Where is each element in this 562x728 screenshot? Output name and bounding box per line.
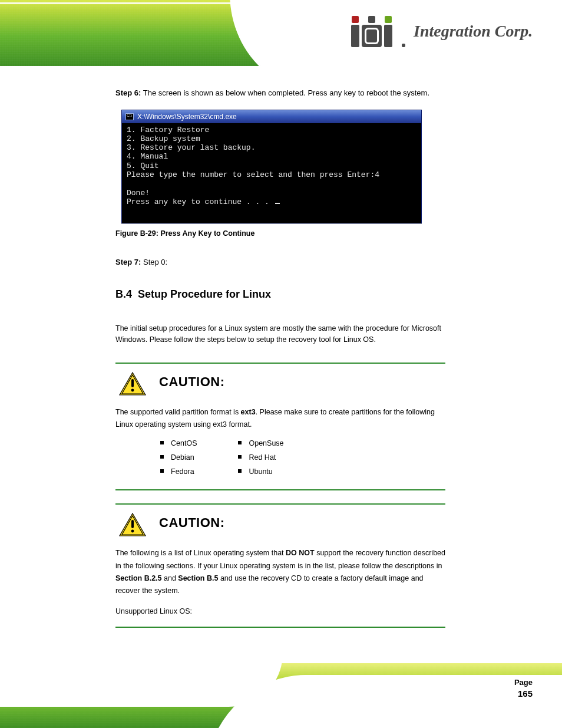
- step-7-label: Step 7:: [115, 258, 141, 266]
- cmd-body: 1. Factory Restore 2. Backup system 3. R…: [122, 123, 421, 223]
- cmd-screenshot: X:\Windows\System32\cmd.exe 1. Factory R…: [121, 110, 422, 224]
- caution-1-body: The supported valid partition format is …: [115, 406, 445, 431]
- divider: [115, 627, 445, 628]
- footer-swoosh-left: [0, 663, 287, 706]
- c2-sec1: B.2.5: [142, 574, 161, 582]
- section-number: B.4: [115, 288, 132, 300]
- caution-box-1: CAUTION: The supported valid partition f…: [115, 364, 445, 490]
- header-thin-line: [0, 2, 562, 4]
- warning-icon: [119, 372, 146, 396]
- brand-name: Integration Corp.: [414, 22, 533, 41]
- c2-sec2: B.5: [204, 574, 218, 582]
- figure-caption: Figure B-29: Press Any Key to Continue: [115, 229, 445, 238]
- logo-separator-dot: [402, 44, 405, 47]
- list-item: Ubuntu: [238, 465, 283, 479]
- cmd-line: Press any key to continue . . .: [127, 197, 274, 206]
- cmd-icon: [125, 113, 134, 120]
- footer-swoosh-right: [207, 675, 562, 728]
- caution-title: CAUTION:: [159, 515, 225, 531]
- c2-bold2: Section: [115, 574, 142, 582]
- svg-rect-2: [131, 379, 134, 387]
- caution1-bold: ext3: [241, 408, 256, 416]
- step-6-text: The screen is shown as below when comple…: [143, 88, 429, 97]
- c2-bold3: Section: [178, 574, 204, 582]
- c2-bold1: DO NOT: [286, 549, 315, 557]
- caution-box-2: CAUTION: The following is a list of Linu…: [115, 505, 445, 626]
- caution-2-body: The following is a list of Linux operati…: [115, 547, 445, 618]
- brand-logo: Integration Corp.: [350, 11, 544, 52]
- svg-rect-6: [131, 520, 134, 528]
- svg-point-7: [131, 530, 134, 533]
- cmd-line: 4. Manual: [127, 152, 168, 161]
- os-col-2: OpenSuse Red Hat Ubuntu: [238, 437, 283, 479]
- step-6: Step 6: The screen is shown as below whe…: [115, 87, 445, 99]
- cmd-cursor: [275, 203, 280, 204]
- page-label: Page: [514, 678, 533, 687]
- cmd-titlebar: X:\Windows\System32\cmd.exe: [122, 110, 421, 123]
- cmd-line: 3. Restore your last backup.: [127, 143, 255, 152]
- cmd-line: Done!: [127, 189, 150, 197]
- caution-title: CAUTION:: [159, 374, 225, 390]
- step-7: Step 7: Step 0:: [115, 256, 445, 268]
- c2-c: and: [162, 574, 178, 582]
- caution1-text-a: The supported valid partition format is: [115, 408, 241, 416]
- warning-icon: [119, 513, 146, 536]
- cmd-line: 2. Backup system: [127, 134, 200, 143]
- list-item: CentOS: [160, 437, 197, 451]
- list-item: Debian: [160, 451, 197, 465]
- cmd-line: 1. Factory Restore: [127, 126, 209, 134]
- c2-a: The following is a list of Linux operati…: [115, 549, 286, 557]
- supported-os-list: CentOS Debian Fedora OpenSuse Red Hat Ub…: [160, 437, 445, 479]
- page-content: Step 6: The screen is shown as below whe…: [115, 87, 445, 628]
- list-item: OpenSuse: [238, 437, 283, 451]
- svg-point-3: [131, 388, 134, 391]
- footer-band: [0, 663, 562, 728]
- section-heading: B.4 Setup Procedure for Linux: [115, 288, 445, 301]
- cmd-line: Please type the number to select and the…: [127, 170, 379, 179]
- page-number: 165: [518, 689, 533, 699]
- intro-paragraph: The initial setup procedures for a Linux…: [115, 323, 445, 346]
- cmd-line: 5. Quit: [127, 162, 159, 170]
- iei-logo-icon: [350, 16, 394, 47]
- step-6-label: Step 6:: [115, 88, 141, 97]
- section-title: Setup Procedure for Linux: [138, 288, 271, 300]
- c2-p2: Unsupported Linux OS:: [115, 607, 192, 615]
- step-7-text: Step 0:: [143, 258, 167, 266]
- list-item: Fedora: [160, 465, 197, 479]
- cmd-title: X:\Windows\System32\cmd.exe: [137, 113, 237, 121]
- list-item: Red Hat: [238, 451, 283, 465]
- os-col-1: CentOS Debian Fedora: [160, 437, 197, 479]
